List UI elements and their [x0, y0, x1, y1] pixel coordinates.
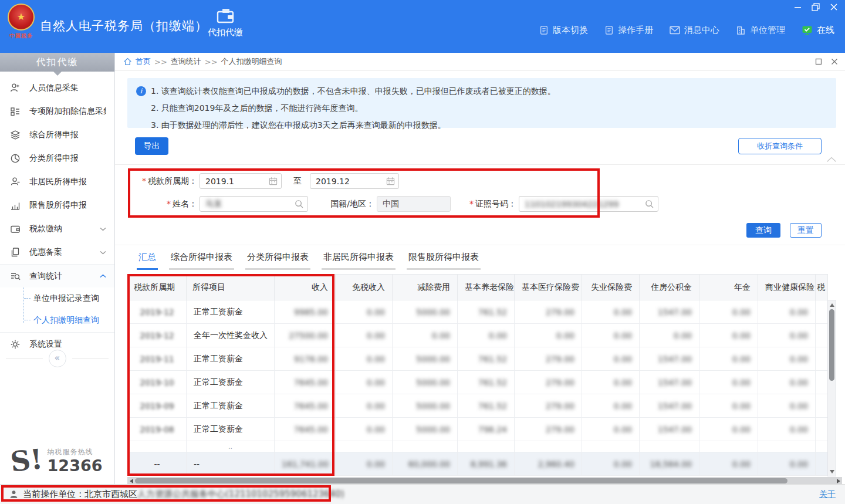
table-totals-row: ----161,741.000.0060,000.008,991.362,960…: [128, 452, 828, 476]
breadcrumb-level1: 查询统计: [171, 56, 201, 67]
cell-amount: 0.00: [699, 418, 758, 441]
cell-income-item: ..: [187, 441, 275, 452]
table-row[interactable]: 2019-08正常工资薪金7645.000.005000.00798.24279…: [128, 418, 828, 441]
cell-amount: 5000.00: [393, 418, 458, 441]
sidebar-item-query-statistics[interactable]: 查询统计: [0, 264, 114, 287]
cell-partial: [816, 452, 828, 476]
panel-close-icon[interactable]: [831, 58, 838, 65]
nav-version-switch[interactable]: 版本切换: [539, 25, 588, 36]
mail-icon: [670, 26, 680, 35]
section-divider: [115, 164, 845, 165]
tab-summary[interactable]: 汇总: [137, 252, 158, 270]
col-header-income-item: 所得项目: [187, 275, 275, 300]
sidebar-item-restricted-stock[interactable]: 限售股所得申报: [0, 194, 114, 217]
about-link[interactable]: 关于: [819, 489, 836, 500]
search-icon[interactable]: [645, 199, 654, 209]
panel-maximize-icon[interactable]: [815, 58, 822, 65]
online-status-icon: [802, 25, 813, 36]
layers-icon: [10, 130, 22, 140]
scroll-down-arrow[interactable]: [828, 468, 836, 475]
cell-tax-period: 2019-12: [128, 300, 187, 324]
cell-amount: 0.00: [582, 324, 640, 347]
calendar-icon[interactable]: [269, 177, 278, 185]
summary-table-body: 2019-12正常工资薪金9985.000.005000.00761.52279…: [128, 300, 828, 476]
cell-income-item: 正常工资薪金: [187, 418, 275, 441]
table-row[interactable]: 2019-10正常工资薪金7645.000.005000.00761.52279…: [128, 371, 828, 394]
home-icon[interactable]: [123, 57, 132, 66]
tab-nonresident-income-form[interactable]: 非居民所得申报表: [322, 252, 396, 270]
nav-user-manual[interactable]: 操作手册: [604, 25, 653, 36]
tab-withholding-module[interactable]: 代扣代缴: [203, 8, 248, 38]
top-header: ★ 中国税务 自然人电子税务局（扣缴端） 代扣代缴: [0, 0, 845, 53]
table-row[interactable]: 2019-09正常工资薪金7645.000.005000.00761.52279…: [128, 394, 828, 418]
period-from-input[interactable]: 2019.1: [200, 173, 282, 189]
name-input[interactable]: 马某: [200, 196, 308, 212]
app-title: 自然人电子税务局（扣缴端）: [40, 18, 208, 34]
cell-amount: 0.00: [582, 418, 640, 441]
breadcrumb-level2: 个人扣缴明细查询: [221, 56, 282, 67]
cell-amount: 0.00: [758, 347, 816, 371]
summary-table: 税款所属期 所得项目 收入 免税收入 减除费用 基本养老保险费 基本医疗保险费 …: [127, 274, 828, 476]
id-number-label: *证照号码：: [460, 196, 516, 212]
table-vertical-scrollbar[interactable]: [827, 300, 836, 476]
cell-amount: 7645.00: [275, 371, 336, 394]
tab-comprehensive-income-form[interactable]: 综合所得申报表: [169, 252, 234, 270]
collapse-query-conditions-button[interactable]: 收折查询条件: [738, 138, 822, 154]
chevron-down-icon: [100, 227, 106, 231]
horizontal-scroll-thumb[interactable]: [135, 478, 787, 483]
cell-tax-period: 2019-12: [128, 324, 187, 347]
id-number-input[interactable]: 110102199304221299: [519, 196, 658, 212]
sidebar-item-tax-payment[interactable]: 税款缴纳: [0, 217, 114, 241]
sidebar-item-personnel-info[interactable]: 人员信息采集: [0, 76, 114, 100]
cell-amount: 1547.00: [640, 300, 699, 324]
table-row[interactable]: 2019-12全年一次性奖金收入27500.000.000.000.000.00…: [128, 324, 828, 347]
close-button[interactable]: [830, 3, 838, 11]
sidebar-item-nonresident-income[interactable]: 非居民所得申报: [0, 170, 114, 194]
cell-partial: [816, 300, 828, 324]
period-to-input[interactable]: 2019.12: [310, 173, 399, 189]
national-emblem-icon: ★: [8, 4, 35, 31]
cell-amount: 0.00: [758, 452, 816, 476]
cell-amount: 761.52: [458, 394, 515, 418]
app-window: ★ 中国税务 自然人电子税务局（扣缴端） 代扣代缴: [0, 0, 845, 504]
nav-online-status[interactable]: 在线: [802, 25, 834, 36]
search-icon[interactable]: [295, 199, 304, 209]
nav-unit-management[interactable]: 单位管理: [736, 25, 785, 36]
sidebar-subitem-personal-withholding-query[interactable]: 个人扣缴明细查询: [0, 309, 114, 331]
cell-income-item: 正常工资薪金: [187, 394, 275, 418]
cell-amount: 1547.00: [640, 371, 699, 394]
sidebar-item-preferential-filing[interactable]: 优惠备案: [0, 241, 114, 264]
breadcrumb-home[interactable]: 首页: [136, 56, 151, 67]
query-button[interactable]: 查询: [746, 223, 780, 238]
export-button[interactable]: 导出: [135, 137, 168, 155]
sidebar-subitem-unit-declaration-query[interactable]: 单位申报记录查询: [0, 287, 114, 309]
cell-amount: [336, 441, 393, 452]
cell-amount: 9178.00: [275, 347, 336, 371]
table-row[interactable]: 2019-11正常工资薪金9178.000.005000.00761.52279…: [128, 347, 828, 371]
restore-button[interactable]: [812, 3, 820, 11]
person-add-icon: [10, 83, 22, 93]
minimize-button[interactable]: [793, 3, 802, 11]
cell-amount: 0.00: [640, 324, 699, 347]
vertical-scroll-thumb[interactable]: [829, 309, 834, 381]
table-row[interactable]: 2019-12正常工资薪金9985.000.005000.00761.52279…: [128, 300, 828, 324]
wallet-icon: [10, 224, 22, 234]
sidebar-item-comprehensive-income[interactable]: 综合所得申报: [0, 123, 114, 147]
sidebar-collapse-button[interactable]: «: [49, 350, 66, 367]
col-header-pension: 基本养老保险费: [458, 275, 515, 300]
cell-tax-period: 2019-10: [128, 371, 187, 394]
cell-amount: [758, 441, 816, 452]
calendar-icon[interactable]: [386, 177, 395, 185]
sidebar-item-special-deduction[interactable]: 专项附加扣除信息采集: [0, 100, 114, 123]
breadcrumb: 首页 >> 查询统计 >> 个人扣缴明细查询: [115, 53, 845, 71]
reset-button[interactable]: 重置: [790, 223, 822, 238]
cell-amount: 5000.00: [393, 371, 458, 394]
building-icon: [736, 25, 746, 35]
scroll-up-arrow[interactable]: [828, 301, 836, 308]
nav-message-center[interactable]: 消息中心: [670, 25, 719, 36]
sidebar-item-classified-income[interactable]: 分类所得申报: [0, 147, 114, 170]
tab-classified-income-form[interactable]: 分类所得申报表: [245, 252, 310, 270]
sidebar-menu: 人员信息采集 专项附加扣除信息采集 综合所得申报: [0, 76, 114, 356]
tab-restricted-stock-form[interactable]: 限售股所得申报表: [407, 252, 481, 270]
nationality-label: 国籍/地区：: [322, 196, 374, 212]
